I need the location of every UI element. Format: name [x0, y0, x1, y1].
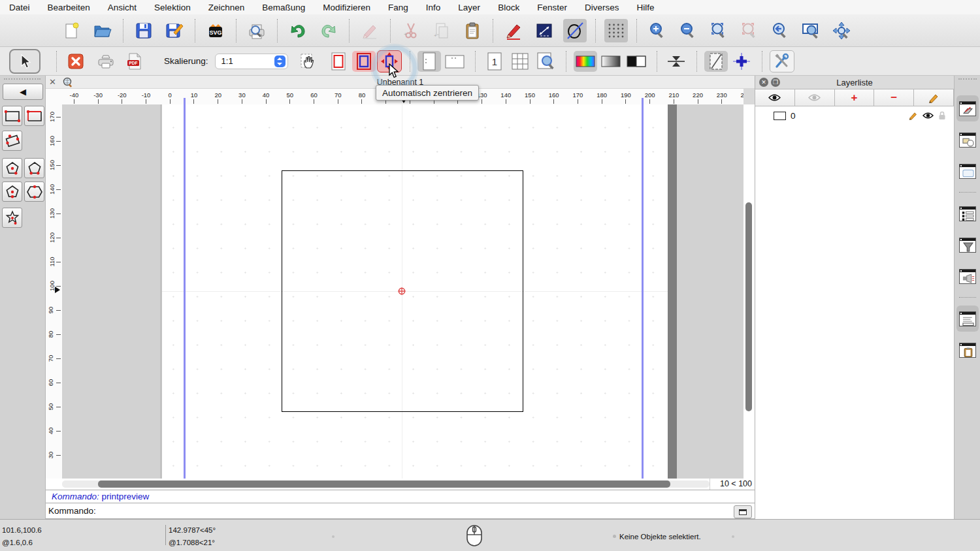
menu-item[interactable]: Modifizieren [323, 3, 370, 12]
hide-all-layers-button[interactable] [794, 89, 835, 106]
select-pointer-button[interactable] [9, 49, 41, 74]
pencil-icon[interactable] [908, 111, 918, 120]
menu-item[interactable]: Bemaßung [262, 3, 305, 12]
save-button[interactable] [132, 19, 155, 42]
grayscale-button[interactable] [599, 51, 623, 72]
crosshair-icon [732, 52, 751, 71]
dock-drag-handle[interactable] [958, 78, 977, 80]
menu-item[interactable]: Ansicht [108, 3, 137, 12]
landscape-icon [444, 52, 465, 71]
command-widget-dock-button[interactable] [956, 306, 979, 332]
vertical-scrollbar-thumb[interactable] [745, 202, 752, 411]
portrait-button[interactable] [417, 51, 441, 72]
zoom-pan-icon [832, 21, 851, 40]
open-file-button[interactable] [91, 19, 114, 42]
pdf-export-button[interactable]: PDF [123, 51, 146, 72]
rectangle-2corners-tool[interactable] [2, 106, 22, 126]
pen-button[interactable] [502, 19, 525, 42]
remove-layer-button[interactable]: − [874, 89, 914, 106]
draft-mode-button[interactable] [563, 19, 587, 42]
color-button[interactable] [574, 51, 597, 72]
menu-item[interactable]: Zeichnen [208, 3, 245, 12]
menu-item[interactable]: Datei [9, 3, 30, 12]
menu-item[interactable]: Block [498, 3, 519, 12]
filter-dock-button[interactable] [956, 232, 979, 258]
horizontal-scrollbar-thumb[interactable] [98, 480, 670, 488]
landscape-button[interactable] [443, 51, 466, 72]
block-list-dock-button[interactable] [956, 127, 979, 153]
fit-paper-button[interactable] [327, 51, 350, 72]
paste-button[interactable] [461, 19, 484, 42]
center-line-button[interactable] [664, 51, 688, 72]
zoom-previous-icon [740, 22, 759, 40]
one-page-button[interactable]: 1 [483, 51, 506, 72]
command-detach-button[interactable] [734, 505, 752, 518]
save-as-button[interactable] [163, 19, 186, 42]
menu-item[interactable]: Diverses [585, 3, 619, 12]
layer-panel-header: ✕ ❐ Layerliste [755, 76, 954, 89]
zoom-previous-button[interactable] [738, 19, 761, 42]
entity-list-dock-button[interactable] [956, 200, 979, 227]
zoom-auto-button[interactable] [707, 19, 730, 42]
hexagon-tool[interactable] [24, 181, 44, 202]
multi-page-button[interactable] [508, 51, 532, 72]
zoom-in-button[interactable] [645, 19, 669, 42]
erase-button[interactable] [358, 19, 382, 42]
library-dock-button[interactable] [956, 158, 979, 184]
command-history-prompt: Kommando: [52, 492, 99, 501]
copy-button[interactable]: + [430, 19, 453, 42]
menu-item[interactable]: Fenster [537, 3, 567, 12]
polygon-center-tangent-tool[interactable] [2, 181, 22, 202]
measure-line-button[interactable] [532, 19, 556, 42]
menu-item[interactable]: Selektion [154, 3, 191, 12]
menu-item[interactable]: Bearbeiten [48, 3, 90, 12]
scale-select[interactable]: 1:1 [215, 54, 288, 69]
zoom-out-button[interactable] [676, 19, 700, 42]
menu-item[interactable]: Fang [388, 3, 408, 12]
palette-drag-handle[interactable] [4, 78, 41, 82]
crosshair-button[interactable] [730, 51, 753, 72]
notification-dock-button[interactable] [956, 263, 979, 289]
zoom-page-button[interactable] [534, 51, 557, 72]
edit-layer-button[interactable] [913, 89, 954, 106]
redo-button[interactable] [317, 19, 340, 42]
svg-export-button[interactable]: SVG [204, 19, 227, 42]
palette-back-button[interactable]: ◀ [3, 84, 43, 100]
zoom-back-button[interactable] [768, 19, 792, 42]
clipboard-dock-button[interactable] [956, 337, 979, 363]
add-layer-button[interactable]: + [834, 89, 875, 106]
zoom-window-button[interactable] [799, 19, 823, 42]
layer-list-dock-button[interactable] [956, 95, 979, 121]
rectangle-rotated-tool[interactable] [2, 131, 22, 151]
stepper-icon[interactable] [274, 55, 286, 67]
grid-toggle-button[interactable] [604, 19, 628, 42]
print-button[interactable] [94, 51, 118, 72]
print-preview-button[interactable] [245, 19, 269, 42]
vertical-scrollbar[interactable] [743, 104, 755, 479]
close-preview-icon [67, 53, 84, 70]
menu-item[interactable]: Hilfe [636, 3, 654, 12]
lock-icon[interactable] [938, 111, 946, 120]
command-input[interactable]: Kommando: [46, 503, 755, 519]
close-preview-button[interactable] [64, 51, 88, 72]
ruler-cursor-marker-y [55, 287, 60, 293]
paper-settings-button[interactable] [704, 51, 728, 72]
cut-button[interactable]: + [399, 19, 423, 42]
toolbar-separator [657, 51, 658, 72]
new-file-button[interactable] [60, 19, 84, 42]
undo-button[interactable] [286, 19, 310, 42]
pan-hand-button[interactable] [296, 51, 319, 72]
polygon-center-corner-tool[interactable] [2, 158, 22, 178]
options-button[interactable] [770, 50, 794, 72]
polygon-2corners-tool[interactable] [24, 158, 44, 178]
rectangle-corner-size-tool[interactable] [24, 106, 44, 126]
zoom-pan-button[interactable] [830, 19, 853, 42]
menu-item[interactable]: Info [426, 3, 441, 12]
star-tool[interactable] [2, 208, 22, 228]
eye-icon[interactable] [923, 112, 934, 119]
blackwhite-button[interactable] [625, 51, 648, 72]
pdf-export-icon: PDF [125, 52, 144, 71]
show-all-layers-button[interactable] [755, 89, 795, 106]
layer-row[interactable]: 0 [755, 108, 954, 123]
menu-item[interactable]: Layer [458, 3, 480, 12]
